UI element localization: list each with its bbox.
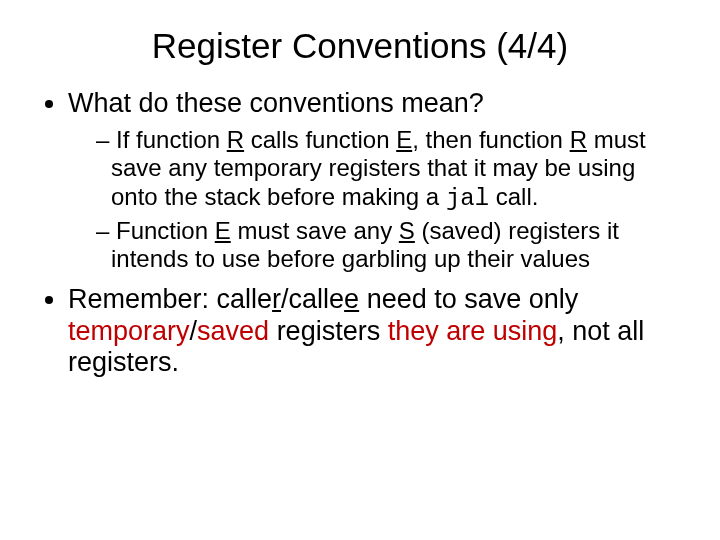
- slide-title: Register Conventions (4/4): [40, 26, 680, 66]
- t: Function: [116, 217, 215, 244]
- t: need to save only: [359, 284, 578, 314]
- underline-e: E: [396, 126, 412, 153]
- t: call.: [489, 183, 538, 210]
- bullet-list: What do these conventions mean? If funct…: [40, 88, 680, 379]
- t: /calle: [281, 284, 344, 314]
- bullet-1: What do these conventions mean? If funct…: [68, 88, 680, 273]
- slide: Register Conventions (4/4) What do these…: [0, 0, 720, 540]
- red-they-are-using: they are using: [388, 316, 558, 346]
- underline-s: S: [399, 217, 415, 244]
- code-jal: jal: [446, 185, 489, 212]
- t: /: [190, 316, 198, 346]
- red-saved: saved: [197, 316, 269, 346]
- t: must save any: [231, 217, 399, 244]
- underline-r: r: [272, 284, 281, 314]
- bullet-1-text: What do these conventions mean?: [68, 88, 484, 118]
- underline-r: R: [227, 126, 244, 153]
- sub-list-1: If function R calls function E, then fun…: [68, 126, 680, 274]
- sub-bullet-2: Function E must save any S (saved) regis…: [96, 217, 680, 274]
- bullet-2: Remember: caller/callee need to save onl…: [68, 284, 680, 380]
- t: If function: [116, 126, 227, 153]
- t: registers: [269, 316, 388, 346]
- t: calls function: [244, 126, 396, 153]
- title-text: Register Conventions (4/4): [152, 26, 568, 65]
- t: Remember: calle: [68, 284, 272, 314]
- red-temporary: temporary: [68, 316, 190, 346]
- t: , then function: [412, 126, 569, 153]
- underline-r: R: [570, 126, 587, 153]
- sub-bullet-1: If function R calls function E, then fun…: [96, 126, 680, 213]
- underline-e: E: [215, 217, 231, 244]
- underline-e: e: [344, 284, 359, 314]
